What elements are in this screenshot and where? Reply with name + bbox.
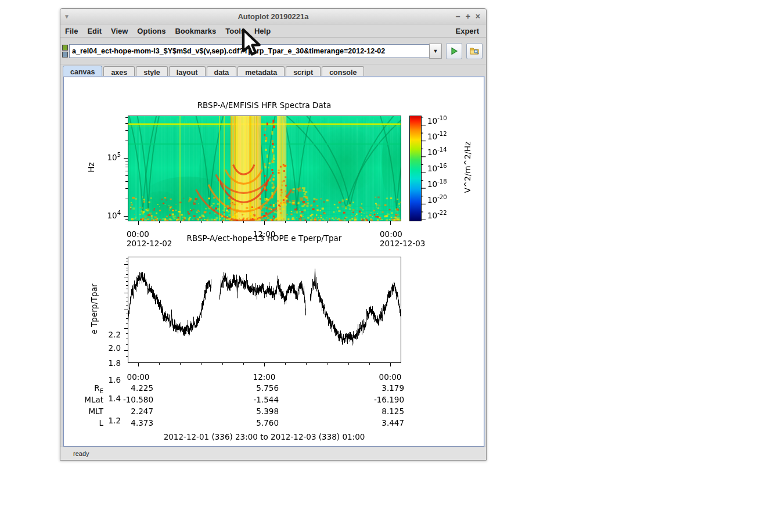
colorbar-tick--22: 10-22 [427, 210, 447, 220]
plot2-xtick-2: 00:00 [379, 372, 402, 382]
orbit-value-0-2: 3.179 [358, 383, 404, 393]
menu-bookmarks[interactable]: Bookmarks [170, 26, 221, 37]
menu-tools[interactable]: Tools [221, 26, 250, 37]
menu-bar: FileEditViewOptionsBookmarksToolsHelp Ex… [60, 24, 486, 38]
plot-indicator-green-icon [62, 45, 68, 51]
window-title: Autoplot 20190221a [60, 12, 486, 21]
orbit-row-label-0: RE [69, 383, 103, 394]
orbit-value-1-0: -10.580 [107, 395, 153, 404]
orbit-value-0-0: 4.225 [107, 383, 153, 393]
plot2-ytick-1.8: 1.8 [101, 358, 121, 368]
uri-panel: ▼ [60, 38, 486, 64]
orbit-row-label-3: L [69, 418, 103, 427]
status-bar: ready [60, 447, 486, 460]
minimize-button[interactable]: – [456, 12, 460, 20]
plot1-ytick-1e4: 104 [101, 210, 121, 220]
orbit-value-3-1: 5.760 [232, 418, 279, 427]
orbit-value-1-2: -16.190 [358, 395, 404, 404]
play-icon [450, 47, 458, 55]
plot2-ytick-2.0: 2.0 [101, 343, 121, 353]
expert-menu[interactable]: Expert [449, 26, 486, 37]
plot2-ytick-2.2: 2.2 [101, 330, 121, 339]
title-bar[interactable]: ▼ Autoplot 20190221a –+× [60, 9, 486, 24]
status-text: ready [60, 450, 89, 457]
menu-view[interactable]: View [106, 26, 132, 37]
uri-dropdown-button[interactable]: ▼ [429, 44, 442, 59]
orbit-value-2-0: 2.247 [107, 407, 153, 416]
plot1-title: RBSP-A/EMFISIS HFR Spectra Data [128, 100, 401, 110]
plot2-title: RBSP-A/ect-hope-L3 HOPE e Tperp/Tpar [128, 233, 401, 243]
orbit-value-2-2: 8.125 [358, 407, 404, 416]
plot2-xtick-1: 12:00 [253, 372, 276, 382]
colorbar-label: V^2/m^2/Hz [463, 139, 472, 195]
colorbar-tick--10: 10-10 [427, 115, 447, 125]
orbit-value-1-1: -1.544 [232, 395, 279, 404]
uri-input[interactable] [69, 44, 429, 58]
colorbar-tick--20: 10-20 [427, 194, 447, 204]
close-button[interactable]: × [476, 12, 480, 20]
plot2-xtick-0: 00:00 [127, 372, 150, 382]
window-controls: –+× [456, 12, 486, 20]
folder-magnifier-icon [470, 46, 480, 55]
menu-help[interactable]: Help [250, 26, 275, 37]
inspect-button[interactable] [466, 43, 483, 59]
colorbar-tick--14: 10-14 [427, 146, 447, 157]
plot-indicator-blue-icon [62, 52, 68, 57]
time-range-label: 2012-12-01 (336) 23:00 to 2012-12-03 (33… [128, 432, 401, 441]
autoplot-window: ▼ Autoplot 20190221a –+× FileEditViewOpt… [60, 8, 487, 461]
orbit-value-3-2: 3.447 [358, 418, 404, 427]
orbit-value-2-1: 5.398 [232, 407, 279, 416]
plot1-ylabel: Hz [87, 159, 96, 176]
uri-type-icons [62, 45, 68, 57]
plot1-ytick-1e5: 105 [101, 152, 121, 162]
colorbar-tick--16: 10-16 [427, 163, 447, 173]
plot2-ylabel: e Tperp/Tpar [89, 280, 99, 338]
colorbar-tick--12: 10-12 [427, 131, 447, 141]
orbit-row-label-1: MLat [69, 395, 103, 404]
menu-file[interactable]: File [60, 26, 82, 37]
go-button[interactable] [446, 43, 462, 59]
orbit-row-label-2: MLT [69, 407, 103, 416]
orbit-value-3-0: 4.373 [107, 418, 153, 427]
orbit-value-0-1: 5.756 [232, 383, 279, 393]
menu-edit[interactable]: Edit [82, 26, 106, 37]
menu-options[interactable]: Options [132, 26, 170, 37]
plot-canvas-panel[interactable]: RBSP-A/EMFISIS HFR Spectra DataHz1051041… [63, 77, 484, 447]
colorbar-tick--18: 10-18 [427, 178, 447, 189]
maximize-button[interactable]: + [466, 12, 470, 20]
